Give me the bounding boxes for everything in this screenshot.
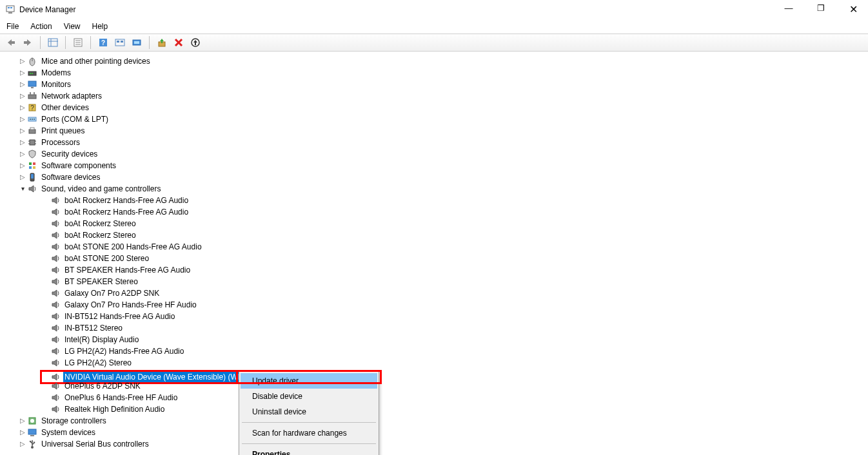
properties-button[interactable] xyxy=(71,35,85,50)
help-button[interactable]: ? xyxy=(96,35,110,50)
maximize-button[interactable]: ❐ xyxy=(811,3,831,15)
expand-arrow-icon[interactable]: ▷ xyxy=(18,90,27,102)
ctx-update-driver[interactable]: Update driver xyxy=(241,373,377,389)
tree-label: Software components xyxy=(40,160,117,171)
svg-rect-48 xyxy=(33,162,35,165)
expand-arrow-icon[interactable]: ▷ xyxy=(18,171,27,183)
tree-label: LG PH2(A2) Stereo xyxy=(63,357,133,369)
action-center-button[interactable] xyxy=(113,35,127,50)
menu-view[interactable]: View xyxy=(64,22,81,31)
uninstall-button[interactable] xyxy=(172,35,186,50)
category-security[interactable]: ▷Security devices xyxy=(6,148,868,160)
port-icon xyxy=(27,114,37,124)
forward-button[interactable] xyxy=(21,35,35,50)
app-icon xyxy=(5,5,15,15)
ctx-properties[interactable]: Properties xyxy=(241,447,377,455)
category-cpu[interactable]: ▷Processors xyxy=(6,137,868,148)
menu-file[interactable]: File xyxy=(6,22,19,31)
show-hide-tree-button[interactable] xyxy=(46,35,60,50)
expand-arrow-icon[interactable]: ▷ xyxy=(18,160,27,171)
ctx-uninstall-device[interactable]: Uninstall device xyxy=(241,404,377,420)
sound-device[interactable]: IN-BT512 Hands-Free AG Audio xyxy=(6,311,868,322)
category-sound[interactable]: ▾Sound, video and game controllers xyxy=(6,183,868,195)
category-mouse[interactable]: ▷Mice and other pointing devices xyxy=(6,55,868,67)
expand-arrow-icon[interactable]: ▷ xyxy=(18,102,27,113)
category-port[interactable]: ▷Ports (COM & LPT) xyxy=(6,113,868,125)
sound-device[interactable]: LG PH2(A2) Hands-Free AG Audio xyxy=(6,345,868,357)
expand-arrow-icon[interactable]: ▷ xyxy=(18,113,27,125)
sound-device[interactable]: boAt STONE 200 Stereo xyxy=(6,253,868,264)
scan-hardware-button[interactable] xyxy=(130,35,144,50)
disable-button[interactable] xyxy=(188,35,202,50)
speaker-icon xyxy=(50,265,61,275)
expand-arrow-icon[interactable]: ▷ xyxy=(18,415,27,427)
printer-icon xyxy=(27,126,37,136)
tree-label: System devices xyxy=(40,427,97,438)
category-usb[interactable]: ▷Universal Serial Bus controllers xyxy=(6,438,868,450)
category-sw[interactable]: ▷Software components xyxy=(6,160,868,171)
expand-arrow-icon[interactable]: ▷ xyxy=(18,438,27,450)
menu-help[interactable]: Help xyxy=(92,22,108,31)
tree-label: BT SPEAKER Hands-Free AG Audio xyxy=(63,264,192,276)
expand-arrow-icon[interactable]: ▷ xyxy=(18,148,27,160)
sound-device[interactable]: Galaxy On7 Pro Hands-Free HF Audio xyxy=(6,299,868,311)
svg-rect-52 xyxy=(31,174,34,179)
sound-device[interactable]: OnePlus 6 Hands-Free HF Audio xyxy=(6,392,868,403)
sound-device[interactable]: Galaxy On7 Pro A2DP SNK xyxy=(6,287,868,299)
speaker-icon xyxy=(50,346,61,356)
sound-device[interactable]: BT SPEAKER Stereo xyxy=(6,276,868,287)
sound-device[interactable]: OnePlus 6 A2DP SNK xyxy=(6,380,868,392)
expand-arrow-icon[interactable]: ▷ xyxy=(18,125,27,137)
svg-rect-47 xyxy=(29,162,32,165)
speaker-icon xyxy=(50,242,61,252)
tree-label: boAt Rockerz Stereo xyxy=(63,218,137,229)
ctx-separator-2 xyxy=(242,443,376,444)
expand-arrow-icon[interactable]: ▷ xyxy=(18,67,27,79)
sound-device[interactable]: boAt STONE 200 Hands-Free AG Audio xyxy=(6,241,868,253)
category-net[interactable]: ▷Network adapters xyxy=(6,90,868,102)
svg-point-54 xyxy=(30,419,34,423)
tree-label: Sound, video and game controllers xyxy=(40,183,162,195)
expand-arrow-icon[interactable]: ▷ xyxy=(18,137,27,148)
speaker-icon xyxy=(50,323,61,333)
speaker-icon xyxy=(50,288,61,298)
expand-arrow-icon[interactable]: ▷ xyxy=(18,427,27,438)
sound-device[interactable]: boAt Rockerz Hands-Free AG Audio xyxy=(6,195,868,206)
category-printer[interactable]: ▷Print queues xyxy=(6,125,868,137)
close-button[interactable]: ✕ xyxy=(843,3,863,15)
sw-icon xyxy=(27,160,37,171)
sound-device[interactable]: boAt Rockerz Stereo xyxy=(6,218,868,229)
sound-device[interactable]: boAt Rockerz Stereo xyxy=(6,229,868,241)
svg-rect-5 xyxy=(24,41,27,44)
back-button[interactable] xyxy=(4,35,18,50)
sound-device[interactable]: Realtek High Definition Audio xyxy=(6,403,868,415)
sound-device[interactable]: IN-BT512 Stereo xyxy=(6,322,868,334)
ctx-disable-device[interactable]: Disable device xyxy=(241,389,377,404)
tree-label: Network adapters xyxy=(40,90,103,102)
sound-device[interactable]: LG PH2(A2) Stereo xyxy=(6,357,868,369)
security-icon xyxy=(27,149,37,159)
category-system[interactable]: ▷System devices xyxy=(6,427,868,438)
tree-label: Intel(R) Display Audio xyxy=(63,334,140,345)
category-swdev[interactable]: ▷Software devices xyxy=(6,171,868,183)
sound-device[interactable]: Intel(R) Display Audio xyxy=(6,334,868,345)
update-driver-button[interactable] xyxy=(155,35,169,50)
tree-label: boAt Rockerz Hands-Free AG Audio xyxy=(63,206,190,218)
tree-label: Security devices xyxy=(40,148,99,160)
menu-action[interactable]: Action xyxy=(30,22,52,31)
usb-icon xyxy=(27,439,37,449)
collapse-arrow-icon[interactable]: ▾ xyxy=(18,183,27,195)
sound-device[interactable]: BT SPEAKER Hands-Free AG Audio xyxy=(6,264,868,276)
device-tree[interactable]: ▷Mice and other pointing devices▷Modems▷… xyxy=(0,52,868,452)
svg-rect-32 xyxy=(30,92,31,95)
category-storage[interactable]: ▷Storage controllers xyxy=(6,415,868,427)
category-monitor[interactable]: ▷Monitors xyxy=(6,79,868,90)
category-other[interactable]: ▷?Other devices xyxy=(6,102,868,113)
category-modem[interactable]: ▷Modems xyxy=(6,67,868,79)
speaker-icon xyxy=(50,195,61,206)
expand-arrow-icon[interactable]: ▷ xyxy=(18,79,27,90)
ctx-scan-hardware[interactable]: Scan for hardware changes xyxy=(241,425,377,441)
minimize-button[interactable]: — xyxy=(779,3,798,15)
expand-arrow-icon[interactable]: ▷ xyxy=(18,55,27,67)
sound-device[interactable]: boAt Rockerz Hands-Free AG Audio xyxy=(6,206,868,218)
